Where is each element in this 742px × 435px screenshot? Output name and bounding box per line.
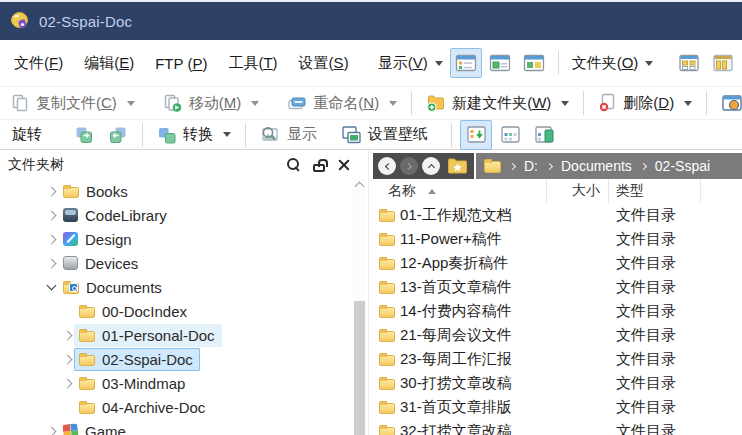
tree-item-00-docindex[interactable]: 00-DocIndex xyxy=(0,299,352,323)
column-header-type[interactable]: 类型 xyxy=(609,179,701,203)
chevron-right-icon[interactable] xyxy=(62,354,72,364)
tree-scrollbar[interactable] xyxy=(353,179,366,435)
chevron-down-icon xyxy=(223,132,231,137)
folder-icon xyxy=(79,307,95,318)
folder-panes-button[interactable] xyxy=(707,48,739,78)
file-row[interactable]: 11-Power+稿件 文件目录 xyxy=(373,227,742,251)
sort-descending-icon xyxy=(466,125,487,144)
chevron-right-icon[interactable] xyxy=(46,258,56,268)
folder-icon xyxy=(379,379,395,390)
folder-icon xyxy=(379,211,395,222)
view-thumbnails-button[interactable] xyxy=(484,48,516,78)
folder-properties-button[interactable] xyxy=(714,90,742,116)
send-to-pane-icon xyxy=(534,125,555,144)
view-thumbnails-icon xyxy=(489,53,511,73)
menu-settings[interactable]: 设置(S) xyxy=(291,48,357,79)
new-folder-button[interactable]: 新建文件夹(W) xyxy=(419,90,576,116)
delete-button[interactable]: 删除(D) xyxy=(591,90,699,116)
copy-files-button[interactable]: 复制文件(C) xyxy=(4,91,142,116)
favorites-folder-icon[interactable] xyxy=(447,157,468,175)
folder-icon xyxy=(379,427,395,435)
rotate-right-button[interactable] xyxy=(102,120,134,150)
chevron-right-icon[interactable] xyxy=(62,378,72,388)
file-row[interactable]: 23-每周工作汇报 文件目录 xyxy=(373,347,742,371)
tree-panel-title: 文件夹树 xyxy=(8,156,286,174)
tree-item-game[interactable]: Game xyxy=(0,419,352,435)
file-row[interactable]: 14-付费内容稿件 文件目录 xyxy=(373,299,742,323)
breadcrumb-segment-drive[interactable]: D: xyxy=(524,158,538,174)
tree-item-04-archive-doc[interactable]: 04-Archive-Doc xyxy=(0,395,352,419)
folder-icon xyxy=(379,403,395,414)
rotate-label: 旋转 xyxy=(4,125,50,144)
folder-icon xyxy=(379,259,395,270)
file-row[interactable]: 21-每周会议文件 文件目录 xyxy=(373,323,742,347)
documents-folder-icon xyxy=(63,283,79,294)
thumbnail-grid-button[interactable] xyxy=(494,120,526,150)
chevron-down-icon xyxy=(435,61,443,66)
up-button[interactable] xyxy=(422,157,440,175)
tree-item-design[interactable]: Design xyxy=(0,227,352,251)
file-row[interactable]: 13-首页文章稿件 文件目录 xyxy=(373,275,742,299)
menu-edit[interactable]: 编辑(E) xyxy=(76,48,142,79)
file-row[interactable]: 01-工作规范文档 文件目录 xyxy=(373,203,742,227)
view-details-button[interactable] xyxy=(450,48,482,78)
chevron-right-icon[interactable] xyxy=(46,426,56,435)
send-to-pane-button[interactable] xyxy=(528,120,560,150)
dual-folder-view-button[interactable] xyxy=(673,48,705,78)
folder-icon xyxy=(379,307,395,318)
content-area: 文件夹树 Books CodeLibrary Des xyxy=(0,150,742,435)
view-large-icons-icon xyxy=(523,53,545,73)
tree-item-documents[interactable]: Documents xyxy=(0,275,352,299)
chevron-left-icon xyxy=(384,162,391,169)
set-wallpaper-button[interactable]: 设置壁纸 xyxy=(334,122,435,148)
breadcrumb-segment-documents[interactable]: Documents xyxy=(561,158,632,174)
breadcrumb-segment-current[interactable]: 02-Sspai xyxy=(655,158,710,174)
column-header-name[interactable]: 名称 xyxy=(373,179,547,203)
menu-display[interactable]: 显示(V) xyxy=(372,48,449,79)
chevron-right-icon[interactable] xyxy=(62,330,72,340)
file-row[interactable]: 30-打捞文章改稿 文件目录 xyxy=(373,371,742,395)
chevron-right-icon[interactable] xyxy=(46,234,56,244)
menu-folders[interactable]: 文件夹(O) xyxy=(566,48,660,79)
chevron-right-icon[interactable] xyxy=(46,186,56,196)
view-large-icons-button[interactable] xyxy=(518,48,550,78)
close-icon[interactable] xyxy=(337,158,350,171)
unlock-icon[interactable] xyxy=(313,164,325,172)
back-button[interactable] xyxy=(378,157,396,175)
tree-item-03-mindmap[interactable]: 03-Mindmap xyxy=(0,371,352,395)
column-header-size[interactable]: 大小 xyxy=(547,179,609,203)
app-icon xyxy=(10,11,30,31)
file-row[interactable]: 32-打捞文章改稿 文件目录 xyxy=(373,419,742,435)
chevron-down-icon xyxy=(684,101,692,106)
file-row[interactable]: 12-App奏折稿件 文件目录 xyxy=(373,251,742,275)
convert-button[interactable]: 转换 xyxy=(150,122,238,148)
tree-item-devices[interactable]: Devices xyxy=(0,251,352,275)
menu-tools[interactable]: 工具(T) xyxy=(220,48,285,79)
chevron-down-icon[interactable] xyxy=(46,281,56,291)
current-folder-icon[interactable] xyxy=(484,161,501,173)
separator xyxy=(583,91,584,115)
design-icon xyxy=(63,232,78,246)
forward-button[interactable] xyxy=(400,157,418,175)
chevron-right-icon[interactable] xyxy=(46,210,56,220)
scroll-up-icon[interactable] xyxy=(355,182,365,192)
scrollbar-thumb[interactable] xyxy=(354,301,365,435)
show-image-icon xyxy=(260,125,281,144)
file-row[interactable]: 31-首页文章排版 文件目录 xyxy=(373,395,742,419)
search-icon[interactable] xyxy=(286,157,301,172)
separator xyxy=(142,123,143,147)
tree-item-02-sspai-doc[interactable]: 02-Sspai-Doc xyxy=(0,347,352,371)
file-list: 01-工作规范文档 文件目录 11-Power+稿件 文件目录 12-App奏折… xyxy=(373,203,742,435)
menu-file[interactable]: 文件(F) xyxy=(6,48,71,79)
move-button[interactable]: 移动(M) xyxy=(156,91,267,116)
sort-view-button[interactable] xyxy=(460,120,492,150)
tree-item-books[interactable]: Books xyxy=(0,179,352,203)
breadcrumb-separator-icon xyxy=(546,162,553,169)
menu-ftp[interactable]: FTP (P) xyxy=(147,49,215,78)
show-image-button[interactable]: 显示 xyxy=(253,122,324,147)
rotate-left-button[interactable] xyxy=(68,120,100,150)
tree-item-codelibrary[interactable]: CodeLibrary xyxy=(0,203,352,227)
folder-icon xyxy=(379,331,395,342)
rename-button[interactable]: 重命名(N) xyxy=(280,91,404,116)
tree-item-01-personal-doc[interactable]: 01-Personal-Doc xyxy=(0,323,352,347)
